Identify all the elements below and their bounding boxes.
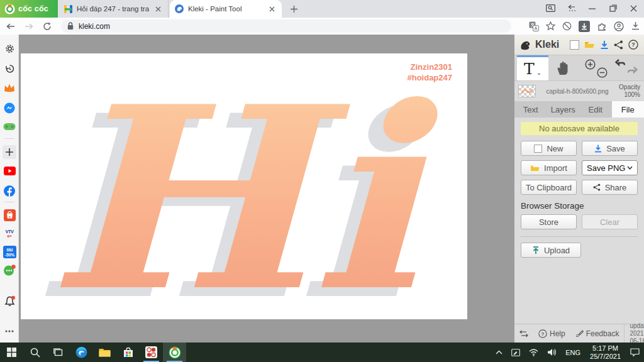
shield-block-icon[interactable] [562, 21, 572, 31]
upload-arrow-icon [532, 246, 540, 255]
import-button[interactable]: Import [521, 160, 577, 175]
swap-layout-button[interactable] [514, 324, 533, 343]
kleki-toolbar: T ⌄ [514, 55, 644, 81]
start-button[interactable] [0, 343, 23, 362]
zoom-in-icon[interactable] [585, 59, 596, 70]
settings-gear-icon[interactable] [0, 43, 19, 54]
bookmark-star-icon[interactable] [546, 21, 555, 31]
to-clipboard-button[interactable]: To Clipboard [521, 180, 577, 195]
url-text: kleki.com [79, 22, 110, 31]
close-window-button[interactable] [623, 0, 644, 16]
drawing-canvas[interactable]: Hi Hi Zinzin2301 #hoidap247 [21, 53, 467, 319]
share-button[interactable]: Share [582, 180, 638, 195]
zoom-out-icon[interactable] [597, 67, 608, 78]
text-tool-button[interactable]: T ⌄ [517, 55, 548, 80]
help-icon[interactable]: ? [628, 40, 639, 50]
translate-icon[interactable] [529, 21, 539, 31]
tab-layers[interactable]: Layers [547, 101, 580, 118]
back-button[interactable] [6, 23, 15, 30]
address-bar-actions [529, 18, 640, 35]
feedback-link[interactable]: Feedback [570, 324, 625, 343]
action-center-icon[interactable] [626, 343, 644, 362]
share-icon[interactable] [613, 40, 624, 50]
svg-text:?: ? [541, 331, 545, 336]
vtvgo-icon[interactable]: VTV go [0, 229, 19, 238]
chat-badge-icon[interactable] [0, 265, 19, 276]
language-indicator[interactable]: ENG [561, 343, 585, 362]
layer-thumbnail[interactable] [518, 85, 536, 97]
close-tab-icon[interactable] [153, 4, 163, 14]
download-manager-icon[interactable] [579, 21, 590, 32]
games-gamepad-icon[interactable] [0, 123, 19, 131]
tab-kleki[interactable]: Kleki - Paint Tool [170, 0, 282, 18]
tab-edit[interactable]: Edit [579, 101, 612, 118]
save-format-select[interactable]: Save PNG [582, 160, 638, 175]
help-link[interactable]: ? Help [533, 324, 570, 343]
forward-button[interactable] [25, 23, 33, 30]
profile-avatar-icon[interactable] [614, 21, 624, 31]
facebook-icon[interactable] [0, 185, 19, 197]
edge-browser-icon[interactable] [70, 343, 93, 362]
file-explorer-icon[interactable] [93, 343, 116, 362]
upload-button[interactable]: Upload [521, 243, 581, 258]
back-dotted-icon[interactable] [561, 0, 582, 16]
tab-file[interactable]: File [612, 101, 644, 118]
save-download-icon[interactable] [599, 40, 609, 50]
redo-icon[interactable] [626, 67, 638, 77]
new-button[interactable]: New [521, 141, 577, 156]
rewards-crown-icon[interactable] [0, 83, 19, 92]
extensions-puzzle-icon[interactable] [597, 21, 607, 31]
taskbar-clock[interactable]: 5:17 PM 25/7/2021 [585, 344, 626, 361]
lock-icon[interactable] [67, 22, 74, 30]
microsoft-store-icon[interactable] [116, 343, 140, 362]
kleki-tab-bar: Text Layers Edit File [514, 101, 644, 118]
tab-hoidap247[interactable]: Hỏi đáp 247 - trang tra loi [59, 0, 169, 18]
coccoc-taskbar-icon[interactable] [163, 343, 186, 362]
open-folder-icon[interactable] [584, 40, 595, 49]
task-view-icon[interactable] [47, 343, 70, 362]
kleki-panel: Kleki ? T ⌄ [514, 35, 644, 343]
opacity-indicator[interactable]: Opacity 100% [619, 84, 640, 99]
kleki-footer: ? Help Feedback updated 2021-06-16 [514, 324, 644, 343]
undo-icon[interactable] [615, 59, 626, 69]
watermark: Zinzin2301 #hoidap247 [407, 62, 452, 83]
tray-expand-icon[interactable] [491, 343, 507, 362]
new-image-icon[interactable] [569, 40, 580, 50]
taskbar-search-icon[interactable] [23, 343, 47, 362]
url-field[interactable]: kleki.com [61, 19, 511, 33]
kleki-workspace[interactable]: Hi Hi Zinzin2301 #hoidap247 [19, 35, 514, 343]
maximize-button[interactable] [602, 0, 623, 16]
screen-search-icon[interactable] [540, 0, 561, 16]
kleki-favicon-icon [175, 4, 184, 13]
shopee-icon[interactable] [0, 209, 19, 221]
messenger-icon[interactable] [0, 102, 19, 114]
tiki-icon[interactable]: tiki-50% [0, 246, 19, 258]
chess-app-icon[interactable] [140, 343, 163, 362]
add-shortcut-button[interactable] [0, 145, 19, 159]
minimize-button[interactable] [582, 0, 602, 16]
hand-tool-icon[interactable] [555, 60, 571, 76]
tab-text[interactable]: Text [514, 101, 547, 118]
save-button[interactable]: Save [582, 141, 638, 156]
wifi-icon[interactable] [525, 343, 543, 362]
downloads-tray-icon[interactable] [631, 21, 640, 31]
chevron-down-icon: ⌄ [536, 69, 541, 76]
reload-button[interactable] [43, 22, 52, 31]
history-icon[interactable] [0, 63, 19, 74]
tab-title: Hỏi đáp 247 - trang tra loi [77, 5, 149, 13]
store-button[interactable]: Store [521, 214, 577, 229]
notification-bell-icon[interactable] [0, 295, 19, 307]
youtube-icon[interactable] [0, 167, 19, 175]
input-pen-icon[interactable] [507, 343, 525, 362]
clear-button[interactable]: Clear [582, 214, 638, 229]
save-arrow-icon [594, 145, 602, 153]
close-tab-icon[interactable] [267, 4, 277, 14]
new-tab-button[interactable] [288, 3, 300, 15]
help-circle-icon: ? [538, 329, 547, 338]
sidebar-more-icon[interactable] [0, 330, 19, 332]
kleki-logo-icon [519, 39, 531, 51]
section-divider [521, 236, 638, 237]
volume-icon[interactable] [543, 343, 561, 362]
coccoc-brand[interactable]: cốc cốc [0, 0, 58, 18]
svg-text:-50%: -50% [4, 253, 14, 257]
